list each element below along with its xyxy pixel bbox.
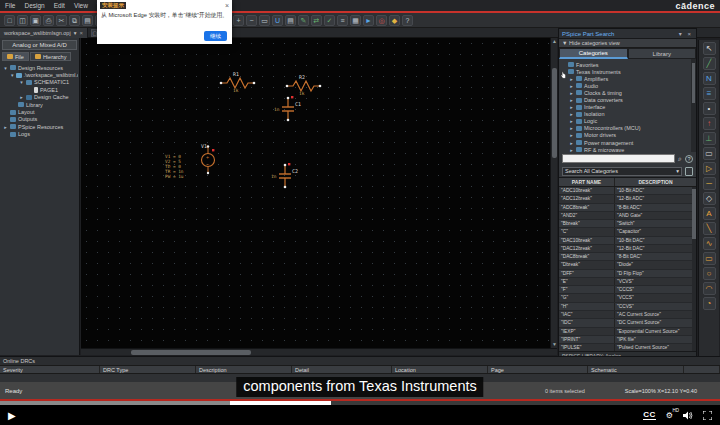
schematic-header[interactable]: Schematic: [588, 366, 684, 373]
panel-controls[interactable]: ▾ ×: [679, 30, 693, 37]
table-scrollbar[interactable]: [692, 187, 696, 351]
power-tool-icon[interactable]: ↑: [703, 117, 716, 130]
search-scope-select[interactable]: Search All Categories ▾: [562, 167, 682, 176]
project-tree-item[interactable]: ▾ .\workspace_wslibtml.dsn: [1, 71, 78, 78]
marker-icon[interactable]: ◆: [389, 15, 400, 26]
category-library-tab[interactable]: Categories: [559, 48, 628, 59]
netlist-icon[interactable]: ≡: [337, 15, 348, 26]
select-tool-icon[interactable]: ↖: [703, 42, 716, 55]
part-table-row[interactable]: "DAC8break" "8-Bit DAC": [559, 253, 696, 261]
part-table-row[interactable]: "F" "CCCS": [559, 286, 696, 294]
part-name-header[interactable]: PART NAME: [559, 178, 615, 186]
panel-title-bar[interactable]: PSpice Part Search ▾ ×: [559, 29, 696, 39]
play-button[interactable]: ▶: [8, 410, 16, 421]
save-icon[interactable]: ▣: [30, 15, 41, 26]
paste-icon[interactable]: ▤: [82, 15, 93, 26]
expander-icon[interactable]: ▾: [3, 65, 8, 71]
search-icon[interactable]: ⌕: [678, 155, 682, 162]
project-tree-item[interactable]: ▸ PSpice Resources: [1, 123, 78, 130]
underline-u-icon[interactable]: U: [272, 15, 283, 26]
voltage-source-v1[interactable]: V1 + − V1 = 0 V2 = 5 TD = 0 TR = 1n PW =…: [165, 143, 215, 179]
project-tree-item[interactable]: Layout: [1, 108, 78, 115]
zoom-out-icon[interactable]: −: [246, 15, 257, 26]
volume-button[interactable]: [683, 411, 693, 420]
expander-icon[interactable]: ▸: [569, 118, 574, 124]
net-alias-tool-icon[interactable]: N: [703, 72, 716, 85]
expander-icon[interactable]: ▸: [569, 132, 574, 138]
project-tree-item[interactable]: PAGE1: [1, 86, 78, 93]
continue-button[interactable]: 继续: [204, 31, 227, 41]
zoom-in-icon[interactable]: +: [233, 15, 244, 26]
expander-icon[interactable]: ▸: [19, 94, 24, 100]
part-table-row[interactable]: "ADC10break" "10-Bit ADC": [559, 187, 696, 195]
ellipse-tool-icon[interactable]: ○: [703, 267, 716, 280]
new-icon[interactable]: □: [4, 15, 15, 26]
closed-captions-button[interactable]: CC: [643, 410, 656, 420]
arc-tool-icon[interactable]: ◠: [703, 282, 716, 295]
category-tree-item[interactable]: ▸ Data converters: [559, 96, 696, 103]
part-table-row[interactable]: "Bbreak" "Switch": [559, 220, 696, 228]
bus-tool-icon[interactable]: ≡: [703, 87, 716, 100]
category-tree-item[interactable]: ▸ Audio: [559, 82, 696, 89]
part-table-row[interactable]: "C" "Capacitor": [559, 228, 696, 236]
project-panel-tab[interactable]: Hierarchy: [30, 52, 72, 61]
annotate-icon[interactable]: ✎: [298, 15, 309, 26]
expander-icon[interactable]: ▸: [569, 104, 574, 110]
part-table-row[interactable]: "E" "VCVS": [559, 278, 696, 286]
expander-icon[interactable]: ▾: [19, 79, 24, 85]
pie-tool-icon[interactable]: ◔: [703, 297, 716, 310]
category-tree-item[interactable]: Texas Instruments: [559, 68, 696, 75]
category-tree-item[interactable]: ▸ Clocks & timing: [559, 89, 696, 96]
expander-icon[interactable]: ▸: [569, 97, 574, 103]
junction-tool-icon[interactable]: •: [703, 102, 716, 115]
expander-icon[interactable]: ▾: [11, 72, 14, 78]
cut-icon[interactable]: ✂: [56, 15, 67, 26]
location-header[interactable]: Location: [392, 366, 488, 373]
canvas-vertical-scrollbar[interactable]: ▲ ▼: [550, 38, 557, 348]
category-tree-item[interactable]: ▸ RF & microwave: [559, 146, 696, 152]
category-tree-item[interactable]: ▸ Interface: [559, 104, 696, 111]
part-table-row[interactable]: "Dbreak" "Diode": [559, 261, 696, 269]
category-tree-item[interactable]: Favorites: [559, 61, 696, 68]
expander-icon[interactable]: ▸: [569, 111, 574, 117]
polyline-tool-icon[interactable]: ∿: [703, 237, 716, 250]
open-icon[interactable]: ◫: [17, 15, 28, 26]
part-table-row[interactable]: "ADC12break" "12-Bit ADC": [559, 195, 696, 203]
bom-icon[interactable]: ▦: [350, 15, 361, 26]
settings-button[interactable]: ⚙ HD: [666, 411, 673, 420]
part-table-row[interactable]: "IEXP" "Exponential Current Source": [559, 328, 696, 336]
text-block-icon[interactable]: ▤: [285, 15, 296, 26]
description-header[interactable]: Description: [196, 366, 292, 373]
run-icon[interactable]: ►: [363, 15, 374, 26]
part-table-row[interactable]: "IAC" "AC Current Source": [559, 311, 696, 319]
project-tree-item[interactable]: Library: [1, 101, 78, 108]
severity-header[interactable]: Severity: [0, 366, 100, 373]
help-icon[interactable]: ?: [685, 155, 693, 163]
part-table-row[interactable]: "IDC" "DC Current Source": [559, 319, 696, 327]
expander-icon[interactable]: ▸: [569, 125, 574, 131]
menu-item[interactable]: View: [74, 2, 88, 9]
menu-item[interactable]: Edit: [54, 2, 65, 9]
backannotate-icon[interactable]: ⇄: [311, 15, 322, 26]
expander-icon[interactable]: ▸: [569, 90, 574, 96]
page-header[interactable]: Page: [488, 366, 588, 373]
project-tree-item[interactable]: ▾ SCHEMATIC1: [1, 79, 78, 86]
expander-icon[interactable]: ▸: [3, 124, 8, 130]
help-icon[interactable]: ?: [402, 15, 413, 26]
text-tool-icon[interactable]: A: [703, 207, 716, 220]
copy-icon[interactable]: ⧉: [69, 15, 80, 26]
hide-categories-link[interactable]: ▼ Hide categories view: [559, 39, 696, 48]
category-library-tab[interactable]: Library: [628, 48, 697, 59]
resistor-r1[interactable]: R1 1k: [220, 71, 256, 93]
line-tool-icon[interactable]: ╲: [703, 222, 716, 235]
part-table-row[interactable]: "ADC8break" "8-Bit ADC": [559, 204, 696, 212]
category-tree-item[interactable]: ▸ Power management: [559, 139, 696, 146]
part-search-input[interactable]: [562, 154, 675, 163]
part-table-row[interactable]: "DAC10break" "10-Bit DAC": [559, 237, 696, 245]
project-tree-item[interactable]: Logs: [1, 131, 78, 138]
part-table-row[interactable]: "DFF" "D Flip Flop": [559, 270, 696, 278]
fullscreen-button[interactable]: [703, 411, 712, 420]
description-header[interactable]: DESCRIPTION: [615, 178, 696, 186]
probe-icon[interactable]: ◎: [376, 15, 387, 26]
hier-block-tool-icon[interactable]: ▭: [703, 147, 716, 160]
